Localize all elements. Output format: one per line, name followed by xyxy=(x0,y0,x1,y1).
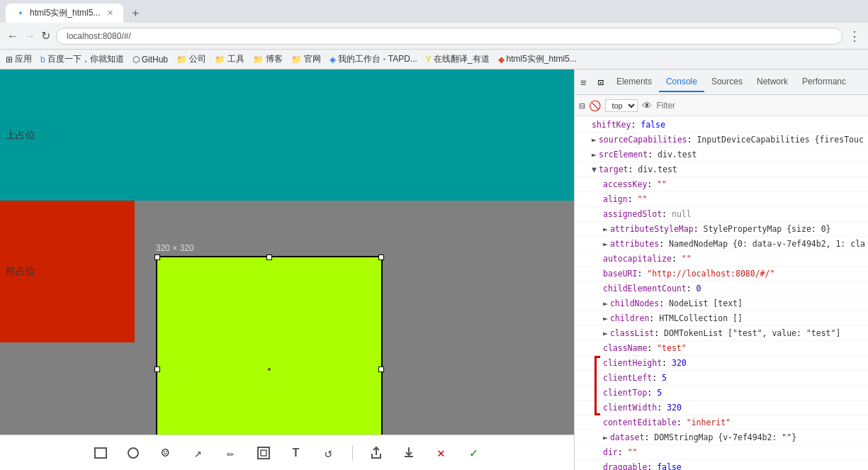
console-highlighted-group: clientHeight: 320 clientLeft: 5 clientTo… xyxy=(575,356,868,415)
bookmark-company[interactable]: 📁 公司 xyxy=(176,53,206,65)
nav-bar: ← → ↻ localhost:8080/#/ ⋮ xyxy=(0,23,868,50)
forward-button[interactable]: → xyxy=(24,30,35,43)
bottom-toolbar: ☺ ↗ ✏ T ↺ ✕ xyxy=(0,435,574,470)
devtools-inspect-icon[interactable]: ⊡ xyxy=(592,71,609,94)
console-entry: ►children: HTMLCollection [] xyxy=(575,311,868,326)
eye-icon[interactable]: 👁 xyxy=(642,100,652,111)
tab-network[interactable]: Network xyxy=(750,72,795,92)
undo-tool[interactable]: ↺ xyxy=(320,444,338,462)
top-placeholder: 上占位 xyxy=(0,69,574,201)
top-placeholder-text: 上占位 xyxy=(6,129,35,142)
tab-close-icon[interactable]: ✕ xyxy=(107,9,113,18)
pen-icon: ✏ xyxy=(227,445,235,460)
share-tool[interactable] xyxy=(367,444,385,462)
handle-tr[interactable] xyxy=(378,254,384,260)
circle-icon xyxy=(126,446,140,460)
menu-button[interactable]: ⋮ xyxy=(848,28,861,44)
context-selector[interactable]: top xyxy=(605,99,638,112)
console-entry: draggable: false xyxy=(575,460,868,470)
tab-elements[interactable]: Elements xyxy=(609,72,659,92)
bookmark-tools[interactable]: 📁 工具 xyxy=(215,53,244,65)
console-entry: accessKey: "" xyxy=(575,177,868,192)
svg-point-1 xyxy=(128,448,138,458)
console-entry: align: "" xyxy=(575,192,868,207)
console-entry: ▼target: div.test xyxy=(575,162,868,177)
console-toolbar: ⊟ 🚫 top 👁 xyxy=(575,95,868,116)
webpage: 上占位 前占位 320 × 320 xyxy=(0,69,574,470)
separator xyxy=(352,445,353,461)
confirm-tool[interactable]: ✓ xyxy=(465,444,483,462)
left-placeholder: 前占位 xyxy=(0,201,135,342)
frame-tool[interactable] xyxy=(254,444,273,462)
svg-rect-2 xyxy=(258,447,269,459)
bookmark-baidu[interactable]: b 百度一下，你就知道 xyxy=(40,53,124,65)
console-entry-clientwidth: clientWidth: 320 xyxy=(575,401,868,415)
console-entry: dir: "" xyxy=(575,445,868,460)
left-placeholder-text: 前占位 xyxy=(6,265,35,278)
rectangle-tool[interactable] xyxy=(91,444,110,462)
tab-title: html5实例_html5... xyxy=(30,7,100,19)
tab-performance[interactable]: Performanc xyxy=(795,72,853,92)
console-entry: baseURI: "http://localhost:8080/#/" xyxy=(575,267,868,281)
handle-tl[interactable] xyxy=(154,254,160,260)
rectangle-icon xyxy=(94,446,108,460)
devtools-expand-icon[interactable]: ≡ xyxy=(575,71,592,94)
clear-console-icon[interactable]: 🚫 xyxy=(589,100,601,111)
console-entry: ►dataset: DOMStringMap {v-7ef494b2: ""} xyxy=(575,430,868,445)
tab-sources[interactable]: Sources xyxy=(704,72,750,92)
reload-button[interactable]: ↻ xyxy=(41,29,50,43)
tab-favicon: 🔹 xyxy=(16,9,26,18)
arrow-tool[interactable]: ↗ xyxy=(189,444,208,462)
new-tab-button[interactable]: + xyxy=(126,4,145,23)
bookmark-blog[interactable]: 📁 博客 xyxy=(253,53,283,65)
download-tool[interactable] xyxy=(400,444,418,462)
sidebar-toggle-icon[interactable]: ⊟ xyxy=(579,100,585,111)
share-icon xyxy=(369,446,383,460)
back-button[interactable]: ← xyxy=(7,30,18,43)
devtools-panel: ≡ ⊡ Elements Console Sources Network Per… xyxy=(574,69,868,470)
console-entry: assignedSlot: null xyxy=(575,207,868,222)
console-entry: ►attributes: NamedNodeMap {0: data-v-7ef… xyxy=(575,237,868,252)
console-entry-clientleft: clientLeft: 5 xyxy=(575,371,868,386)
bookmark-tapd[interactable]: ◈ 我的工作台 - TAPD... xyxy=(329,53,417,65)
bookmark-apps[interactable]: ⊞ 应用 xyxy=(6,53,32,65)
console-entry: className: "test" xyxy=(575,341,868,356)
filter-input[interactable] xyxy=(656,101,864,111)
bookmarks-bar: ⊞ 应用 b 百度一下，你就知道 ⬡ GitHub 📁 公司 📁 工具 📁 博客… xyxy=(0,50,868,69)
console-entry-clientheight: clientHeight: 320 xyxy=(575,356,868,371)
bookmark-official[interactable]: 📁 官网 xyxy=(291,53,321,65)
console-entry-clienttop: clientTop: 5 xyxy=(575,386,868,401)
devtools-tabs-bar: ≡ ⊡ Elements Console Sources Network Per… xyxy=(575,69,868,95)
close-icon: ✕ xyxy=(437,445,445,460)
console-body[interactable]: shiftKey: false ►sourceCapabilities: Inp… xyxy=(575,116,868,470)
circle-tool[interactable] xyxy=(124,444,142,462)
active-tab[interactable]: 🔹 html5实例_html5... ✕ xyxy=(6,4,123,23)
pen-tool[interactable]: ✏ xyxy=(222,444,240,462)
browser-chrome: 🔹 html5实例_html5... ✕ + ← → ↻ localhost:8… xyxy=(0,0,868,69)
arrow-icon: ↗ xyxy=(194,445,202,460)
canvas-center-dot xyxy=(268,368,271,371)
text-icon: T xyxy=(293,447,300,459)
emoji-icon: ☺ xyxy=(162,445,169,460)
svg-rect-3 xyxy=(261,450,266,456)
console-entry: childElementCount: 0 xyxy=(575,281,868,296)
handle-ml[interactable] xyxy=(154,367,160,372)
close-tool[interactable]: ✕ xyxy=(432,444,451,462)
console-entry: ►srcElement: div.test xyxy=(575,147,868,162)
undo-icon: ↺ xyxy=(325,445,332,460)
tab-console[interactable]: Console xyxy=(659,72,704,92)
canvas-size-label: 320 × 320 xyxy=(156,243,383,253)
handle-tm[interactable] xyxy=(266,254,272,260)
emoji-tool[interactable]: ☺ xyxy=(157,444,175,462)
bookmark-github[interactable]: ⬡ GitHub xyxy=(133,55,168,65)
address-bar[interactable]: localhost:8080/#/ xyxy=(56,28,842,45)
console-entry: contentEditable: "inherit" xyxy=(575,415,868,430)
console-entry: shiftKey: false xyxy=(575,118,868,133)
bookmark-html5[interactable]: ◆ html5实例_html5... xyxy=(498,53,577,65)
bookmark-youdao[interactable]: Y 在线翻译_有道 xyxy=(426,53,490,65)
handle-mr[interactable] xyxy=(378,367,384,372)
console-entry: ►classList: DOMTokenList ["test", value:… xyxy=(575,326,868,341)
main-layout: 上占位 前占位 320 × 320 xyxy=(0,69,868,470)
text-tool[interactable]: T xyxy=(287,444,305,462)
tab-bar: 🔹 html5实例_html5... ✕ + xyxy=(0,0,868,23)
